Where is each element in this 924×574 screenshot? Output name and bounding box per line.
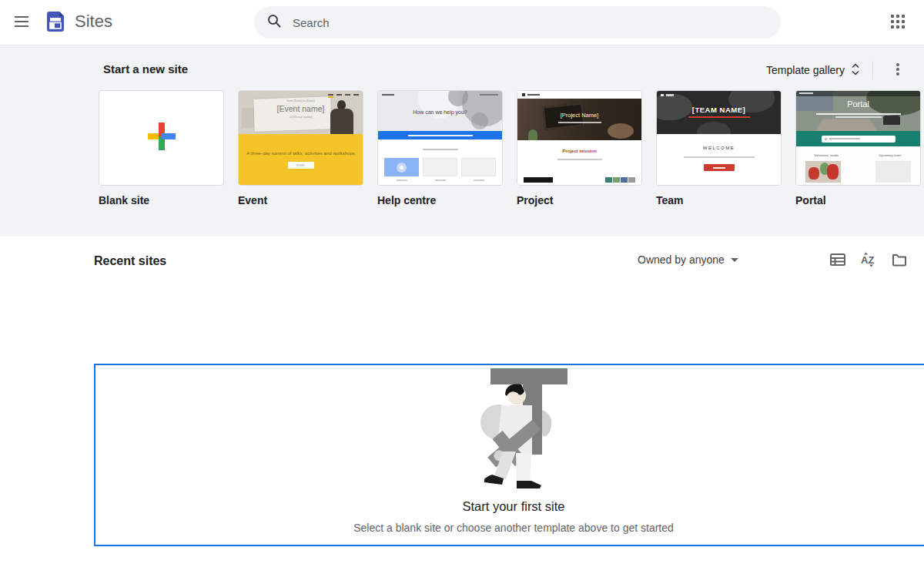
portal-hero-photo: Portal [796, 91, 920, 131]
image-placeholder [524, 177, 553, 183]
text-placeholder-bar [713, 167, 725, 169]
template-card-project[interactable]: [Project Name] Project mission Project [517, 90, 642, 206]
google-apps-button[interactable] [882, 7, 913, 38]
mini-topic-cards [378, 158, 502, 181]
text-placeholder-bar [835, 116, 882, 118]
text-placeholder-bar [799, 92, 813, 94]
mini-heading: [Project Name] [517, 112, 641, 119]
team-thumbnail: [TEAM NAME] WELCOME [656, 90, 782, 186]
help-body [378, 139, 502, 185]
hand-shape [608, 123, 634, 139]
main-menu-button[interactable] [6, 7, 37, 38]
template-card-help-centre[interactable]: How can we help you? Help centre [377, 90, 503, 206]
topic-icon [397, 163, 407, 173]
google-plus-icon [148, 123, 176, 153]
card-label: Help centre [377, 194, 503, 206]
topic-card [423, 158, 457, 176]
search-bar[interactable] [254, 6, 781, 39]
app-header: Sites [0, 0, 924, 45]
help-centre-thumbnail: How can we help you? [377, 90, 503, 186]
template-cards-row: Blank site from [Date] to [Date] [Event … [99, 90, 921, 206]
recent-sites-title: Recent sites [94, 254, 166, 268]
text-placeholder-bar [474, 180, 484, 181]
recent-sites-section: Recent sites Owned by anyone AZ [0, 237, 924, 283]
card-label: Portal [795, 194, 921, 206]
template-card-event[interactable]: from [Date] to [Date] [Event name] at [V… [238, 90, 363, 206]
event-yellow-band: A three-day summit of talks, activities … [239, 134, 363, 186]
mini-red-button [704, 164, 735, 171]
mini-heading: Portal [796, 99, 920, 109]
project-thumbnail: [Project Name] Project mission [517, 90, 642, 186]
template-gallery-label: Template gallery [766, 64, 845, 76]
more-options-button[interactable] [882, 55, 913, 86]
caret-down-icon [731, 258, 738, 262]
mini-venue-line: at [Venue name] [239, 115, 363, 119]
az-sort-icon: AZ [860, 251, 877, 270]
app-title: Sites [75, 12, 112, 32]
template-card-team[interactable]: [TEAM NAME] WELCOME Team [656, 90, 782, 206]
view-controls: AZ [822, 247, 915, 274]
card-label: Project [517, 194, 642, 206]
mini-date-line: from [Date] to [Date] [239, 99, 363, 102]
mini-heading: [Event name] [239, 104, 363, 113]
mini-column-label: Volunteers' needs [807, 153, 845, 157]
text-placeholder-bar [829, 138, 860, 139]
topic-card-blue [384, 158, 419, 176]
sites-logo-icon [44, 10, 67, 33]
mini-heading: [TEAM NAME] [657, 106, 781, 114]
image-placeholder [805, 161, 841, 183]
svg-text:AZ: AZ [861, 254, 874, 266]
mini-nav-bar [796, 91, 920, 96]
vertical-divider [872, 61, 873, 79]
team-hero: [TEAM NAME] [657, 91, 781, 134]
project-body: Project mission [517, 140, 641, 185]
card-label: Blank site [99, 194, 224, 206]
portal-search-band [796, 131, 920, 146]
list-view-button[interactable] [822, 247, 853, 274]
mini-nav-placeholder [480, 94, 498, 96]
mini-search-icon [825, 138, 827, 140]
photo-blob [471, 112, 488, 129]
mini-logo [522, 93, 525, 96]
card-label: Event [238, 194, 363, 206]
mini-column-label: Upcoming event [871, 153, 909, 157]
section-title: Start a new site [103, 62, 188, 76]
mini-heading: How can we help you? [378, 109, 502, 115]
mini-nav-placeholder [382, 94, 394, 96]
folders-button[interactable] [884, 247, 915, 274]
unfold-more-icon [851, 62, 860, 79]
plant-shape [528, 129, 537, 140]
empty-state-title: Start your first site [463, 499, 565, 514]
text-placeholder-bar [684, 156, 755, 158]
people-shape [883, 116, 900, 125]
owner-filter-dropdown[interactable]: Owned by anyone [634, 249, 742, 270]
empty-state-panel: Start your first site Select a blank sit… [94, 364, 924, 546]
event-hero-photo: from [Date] to [Date] [Event name] at [V… [239, 91, 363, 134]
path-shape [814, 119, 879, 131]
kebab-icon [896, 63, 899, 78]
blank-site-thumbnail [99, 90, 224, 186]
text-placeholder-bar [527, 94, 540, 96]
list-view-icon [830, 252, 845, 270]
search-input[interactable] [293, 16, 724, 29]
mini-rsvp-button: RSVP [288, 162, 314, 169]
text-placeholder-bar [408, 135, 473, 136]
empty-state-subtitle: Select a blank site or choose another te… [353, 522, 674, 534]
mini-tagline: A three-day summit of talks, activities … [239, 151, 363, 156]
text-placeholder-bar [816, 113, 901, 115]
template-card-portal[interactable]: Portal Volunteers' needs Upcoming event … [795, 90, 921, 206]
map-shape [697, 122, 731, 134]
template-card-blank-site[interactable]: Blank site [99, 90, 224, 206]
folder-icon [892, 252, 907, 270]
help-hero-photo: How can we help you? [378, 91, 502, 131]
carrying-letter-illustration [452, 365, 575, 493]
text-placeholder-bar [666, 94, 674, 96]
gallery-controls: Template gallery [762, 55, 913, 86]
template-gallery-button[interactable]: Template gallery [762, 56, 865, 85]
team-body: WELCOME [657, 134, 781, 185]
sort-by-name-button[interactable]: AZ [853, 247, 884, 274]
apps-grid-icon [891, 15, 905, 31]
topic-card [461, 158, 496, 176]
image-placeholder [875, 161, 911, 183]
event-hero-text: from [Date] to [Date] [Event name] at [V… [239, 99, 363, 119]
